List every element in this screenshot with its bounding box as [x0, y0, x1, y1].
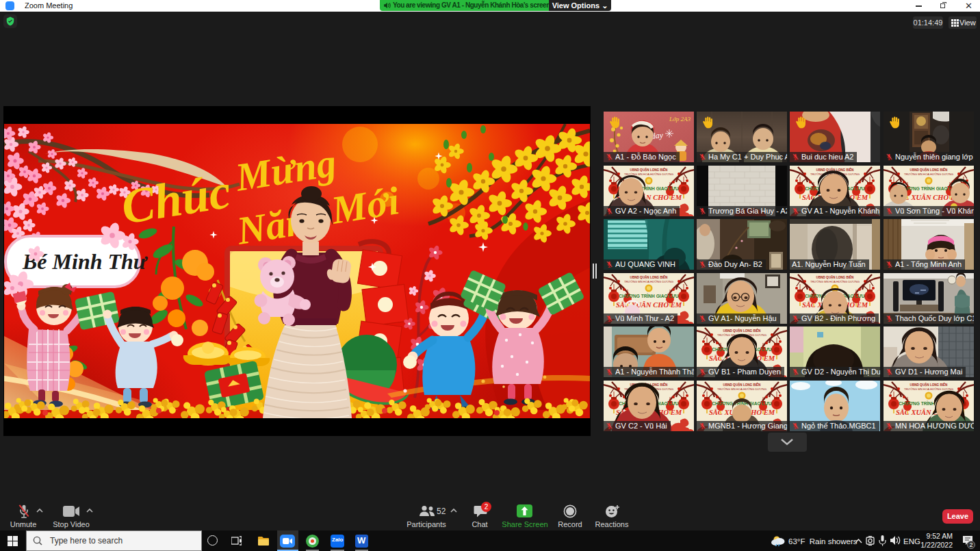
svg-text:Lớp 2A3: Lớp 2A3 [669, 116, 691, 123]
